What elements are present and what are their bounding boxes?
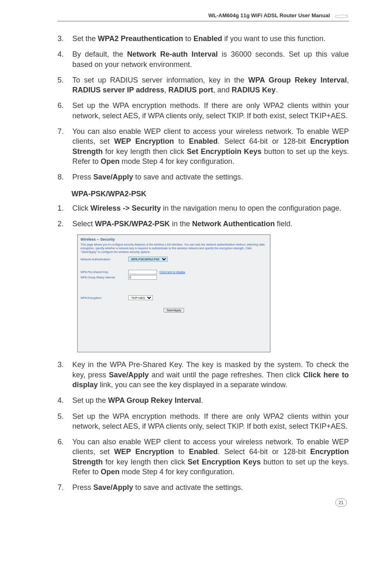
text-run: WPA Group Rekey Interval [248,76,347,84]
text-run: RADIUS server IP address [72,86,164,94]
text-run: By default, the [72,50,127,58]
text-run: Save/Apply [109,371,149,379]
text-run: . [276,86,278,94]
text-run: Set up the [72,396,108,404]
list-item-text: To set up RADIUS server information, key… [72,75,349,95]
list-item-number: 8. [58,172,65,182]
list-item-number: 7. [58,482,65,492]
text-run: and wait until the page refreshes. Then … [149,371,303,379]
text-run: Network Re-auth Interval [127,50,218,58]
page-header: WL-AM604g 11g WiFi ADSL Router User Manu… [58,12,349,21]
list-item-text: Set up the WPA encryption methods. If th… [72,101,349,121]
text-run: in the navigation menu to open the confi… [161,204,341,212]
text-run: Set up the WPA encryption methods. If th… [72,101,349,119]
text-run: . Select 64-bit or 128-bit [218,137,310,145]
list-item: 4.By default, the Network Re-auth Interv… [58,49,349,69]
list-item-number: 2. [58,219,65,229]
select-encryption[interactable]: TKIP+AES [128,295,153,300]
text-run: Enabled [189,137,218,145]
list-item-text: Select WPA-PSK/WPA2-PSK in the Network A… [72,219,349,229]
label-network-auth: Network Authentication: [81,258,126,261]
text-run: RADIUS port [168,86,213,94]
list-item-text: Set up the WPA encryption methods. If th… [72,411,349,432]
text-run: WPA Group Rekey Interval [108,396,201,404]
label-psk: WPA Pre-Shared Key: [81,271,126,273]
list-item-text: Press Save/Apply to save and activate th… [72,172,349,182]
text-run: Open [101,468,120,476]
list-item-number: 7. [58,126,65,166]
text-run: Press [72,483,93,492]
list-item: 5.Set up the WPA encryption methods. If … [58,411,349,432]
text-run: Wireless -> Security [90,204,161,212]
list-item-text: You can also enable WEP client to access… [72,126,349,166]
text-run: WPA-PSK/WPA2-PSK [95,220,170,228]
text-run: mode Step 4 for key configuration. [120,157,234,165]
text-run: Save/Apply [93,483,133,492]
text-run: Enabled [194,34,222,43]
list-item: 7.You can also enable WEP client to acce… [58,126,349,166]
text-run: in the [170,220,192,228]
text-run: RADIUS Key [232,86,276,94]
text-run: . Select 64-bit or 128-bit [218,448,310,456]
text-run: for key length then click [103,147,187,156]
list-item-number: 4. [58,395,65,405]
manual-page: WL-AM604g 11g WiFi ADSL Router User Manu… [0,0,392,515]
text-run: WPA2 Preauthentication [98,34,183,43]
list-item: 3.Set the WPA2 Preauthentication to Enab… [58,34,349,44]
row-network-auth: Network Authentication: WPA-PSK/WPA2-PSK [79,256,268,262]
label-rekey: WPA Group Rekey Interval: [81,276,126,279]
text-run: , and [213,86,232,94]
list-item: 6.You can also enable WEP client to acce… [58,437,349,477]
list-item-text: Click Wireless -> Security in the naviga… [72,203,349,213]
save-apply-button[interactable]: Save/Apply [164,308,184,312]
list-item: 8.Press Save/Apply to save and activate … [58,172,349,182]
header-title: WL-AM604g 11g WiFi ADSL Router User Manu… [208,12,330,18]
text-run: Press [72,173,93,181]
list-item-number: 5. [58,411,65,432]
text-run: Enabled [189,448,218,456]
text-run: to [183,34,194,43]
label-encryption: WPA Encryption: [81,296,126,299]
mid-instruction-list: 1.Click Wireless -> Security in the navi… [58,203,349,229]
list-item-text: You can also enable WEP client to access… [72,437,349,477]
list-item-text: Key in the WPA Pre-Shared Key. The key i… [72,360,349,390]
list-item: 4.Set up the WPA Group Rekey Interval. [58,395,349,405]
text-run: Set up the WPA encryption methods. If th… [72,412,349,430]
router-ui-screenshot: Wireless -- Security This page allows yo… [77,234,270,352]
text-run: Select [72,220,95,228]
router-panel-description: This page allows you to configure securi… [79,242,268,256]
text-run: to [174,137,189,145]
list-item-number: 5. [58,75,65,95]
text-run: To set up RADIUS server information, key… [72,76,248,84]
link-display-key[interactable]: Click here to display [159,271,185,273]
list-item: 3.Key in the WPA Pre-Shared Key. The key… [58,360,349,390]
list-item: 2.Select WPA-PSK/WPA2-PSK in the Network… [58,219,349,229]
list-item-text: Set up the WPA Group Rekey Interval. [72,395,349,405]
row-rekey: WPA Group Rekey Interval: [79,275,268,280]
list-item-number: 4. [58,49,65,69]
row-encryption: WPA Encryption: TKIP+AES [79,295,268,301]
list-item-number: 6. [58,437,65,477]
text-run: Set Encryption Keys [188,458,261,466]
list-item: 6.Set up the WPA encryption methods. If … [58,101,349,121]
text-run: to save and activate the settings. [133,173,243,181]
row-psk: WPA Pre-Shared Key: Click here to displa… [79,269,268,275]
text-run: field. [275,220,293,228]
list-item-number: 1. [58,203,65,213]
text-run: link, you can see the key displayed in a… [98,381,287,389]
text-run: Save/Apply [93,173,133,181]
select-network-auth[interactable]: WPA-PSK/WPA2-PSK [128,257,168,262]
text-run: to [174,448,189,456]
text-run: Network Authentication [192,220,274,228]
input-psk[interactable] [128,270,157,274]
top-instruction-list: 3.Set the WPA2 Preauthentication to Enab… [58,34,349,182]
input-rekey[interactable] [128,275,157,280]
page-number-badge: 21 [335,498,347,507]
list-item-text: Set the WPA2 Preauthentication to Enable… [72,34,349,44]
text-run: , [347,76,349,84]
svg-point-0 [335,15,348,18]
text-run: WEP Encryption [114,448,174,456]
text-run: . [201,396,203,404]
bottom-instruction-list: 3.Key in the WPA Pre-Shared Key. The key… [58,360,349,492]
text-run: Open [101,157,120,165]
